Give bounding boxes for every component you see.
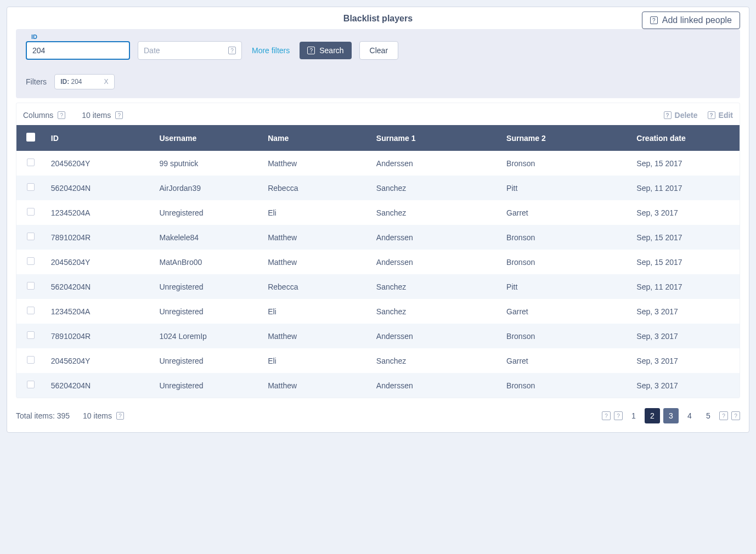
table-row[interactable]: 12345204AUnregisteredEliSanchezGarretSep… — [16, 299, 740, 324]
page-4[interactable]: 4 — [682, 408, 697, 423]
cell-name: Matthew — [262, 250, 371, 274]
cell-username: Unregistered — [154, 299, 262, 324]
cell-name: Matthew — [262, 151, 371, 176]
columns-icon: ? — [58, 111, 65, 119]
cell-surname2: Garret — [501, 299, 631, 324]
footer-page-size[interactable]: 10 items ? — [83, 411, 124, 420]
page-5[interactable]: 5 — [701, 408, 716, 423]
cell-name: Rebecca — [262, 274, 371, 299]
delete-button[interactable]: ? Delete — [664, 111, 698, 120]
cell-surname1: Sanchez — [371, 176, 501, 200]
id-field: ID — [26, 41, 130, 60]
add-linked-people-button[interactable]: ? Add linked people — [642, 12, 740, 29]
table-row[interactable]: 12345204AUnregisteredEliSanchezGarretSep… — [16, 200, 740, 225]
cell-id: 78910204R — [46, 324, 154, 348]
row-checkbox[interactable] — [27, 159, 35, 166]
table-row[interactable]: 78910204R1024 LoremIpMatthewAnderssenBro… — [16, 324, 740, 348]
id-input[interactable] — [26, 41, 130, 60]
cell-surname2: Pitt — [501, 176, 631, 200]
clear-button[interactable]: Clear — [359, 41, 398, 60]
cell-surname2: Garret — [501, 200, 631, 225]
page-title: Blacklist players — [343, 14, 413, 24]
row-checkbox[interactable] — [27, 233, 35, 240]
cell-username: Unregistered — [154, 274, 262, 299]
filter-panel: ID Date ? More filters ? Search Clear Fi… — [16, 29, 740, 98]
table-row[interactable]: 78910204RMakelele84MatthewAnderssenBrons… — [16, 225, 740, 250]
cell-username: Unregistered — [154, 200, 262, 225]
table-row[interactable]: 56204204NUnregisteredRebeccaSanchezPittS… — [16, 274, 740, 299]
page-3[interactable]: 3 — [663, 408, 679, 423]
page-next-icon[interactable]: ? — [719, 411, 728, 420]
col-header-username[interactable]: Username — [154, 125, 262, 151]
cell-name: Eli — [262, 299, 371, 324]
select-all-checkbox[interactable] — [26, 133, 35, 142]
add-linked-label: Add linked people — [662, 15, 732, 25]
pagination: ? ? 1 2 3 4 5 ? ? — [602, 408, 740, 423]
col-header-date[interactable]: Creation date — [631, 125, 740, 151]
cell-username: AirJordan39 — [154, 176, 262, 200]
footer-page-size-icon: ? — [116, 412, 124, 420]
table-body: 20456204Y99 sputnickMatthewAnderssenBron… — [16, 151, 740, 398]
id-field-label: ID — [31, 33, 37, 40]
row-checkbox[interactable] — [27, 307, 35, 314]
date-input[interactable]: Date ? — [138, 41, 242, 60]
chip-remove-icon[interactable]: X — [104, 78, 109, 86]
row-checkbox[interactable] — [27, 257, 35, 265]
row-checkbox[interactable] — [27, 356, 35, 364]
cell-surname1: Anderssen — [371, 324, 501, 348]
cell-id: 20456204Y — [46, 348, 154, 373]
cell-surname1: Sanchez — [371, 348, 501, 373]
cell-date: Sep, 11 2017 — [631, 274, 740, 299]
cell-date: Sep, 3 2017 — [631, 299, 740, 324]
table-row[interactable]: 20456204Y99 sputnickMatthewAnderssenBron… — [16, 151, 740, 176]
cell-surname1: Sanchez — [371, 299, 501, 324]
row-checkbox[interactable] — [27, 381, 35, 388]
cell-surname2: Bronson — [501, 225, 631, 250]
cell-surname1: Anderssen — [371, 250, 501, 274]
row-checkbox[interactable] — [27, 282, 35, 290]
cell-name: Matthew — [262, 373, 371, 398]
row-checkbox[interactable] — [27, 331, 35, 339]
page-prev-icon[interactable]: ? — [614, 411, 623, 420]
columns-selector[interactable]: Columns ? — [23, 111, 65, 120]
page-1[interactable]: 1 — [626, 408, 641, 423]
footer-left: Total items: 395 10 items ? — [16, 411, 124, 420]
col-header-surname1[interactable]: Surname 1 — [371, 125, 501, 151]
table-row[interactable]: 56204204NAirJordan39RebeccaSanchezPittSe… — [16, 176, 740, 200]
cell-date: Sep, 15 2017 — [631, 250, 740, 274]
search-button[interactable]: ? Search — [300, 42, 351, 59]
col-header-surname2[interactable]: Surname 2 — [501, 125, 631, 151]
cell-date: Sep, 15 2017 — [631, 225, 740, 250]
cell-surname2: Bronson — [501, 373, 631, 398]
row-checkbox[interactable] — [27, 183, 35, 191]
edit-icon: ? — [708, 111, 715, 119]
cell-date: Sep, 3 2017 — [631, 373, 740, 398]
toolbar-right: ? Delete ? Edit — [664, 111, 733, 120]
row-checkbox[interactable] — [27, 208, 35, 216]
chip-content: ID: 204 — [60, 78, 82, 86]
table-row[interactable]: 56204204NUnregisteredMatthewAnderssenBro… — [16, 373, 740, 398]
page-size-selector[interactable]: 10 items ? — [82, 111, 123, 120]
more-filters-link[interactable]: More filters — [250, 46, 292, 55]
cell-id: 56204204N — [46, 176, 154, 200]
cell-id: 12345204A — [46, 200, 154, 225]
players-table: ID Username Name Surname 1 Surname 2 Cre… — [16, 125, 740, 398]
cell-surname2: Bronson — [501, 151, 631, 176]
applied-filters: Filters ID: 204 X — [26, 74, 730, 89]
page-first-icon[interactable]: ? — [602, 411, 611, 420]
cell-id: 78910204R — [46, 225, 154, 250]
cell-surname2: Pitt — [501, 274, 631, 299]
total-items: Total items: 395 — [16, 411, 70, 420]
page-last-icon[interactable]: ? — [731, 411, 740, 420]
col-header-name[interactable]: Name — [262, 125, 371, 151]
table-row[interactable]: 20456204YMatAnBro00MatthewAnderssenBrons… — [16, 250, 740, 274]
page-2[interactable]: 2 — [645, 408, 660, 423]
delete-icon: ? — [664, 111, 672, 119]
col-header-id[interactable]: ID — [46, 125, 154, 151]
table-row[interactable]: 20456204YUnregisteredEliSanchezGarretSep… — [16, 348, 740, 373]
cell-id: 56204204N — [46, 274, 154, 299]
edit-button[interactable]: ? Edit — [708, 111, 733, 120]
cell-surname1: Sanchez — [371, 274, 501, 299]
filter-row: ID Date ? More filters ? Search Clear — [26, 41, 730, 60]
cell-id: 20456204Y — [46, 151, 154, 176]
